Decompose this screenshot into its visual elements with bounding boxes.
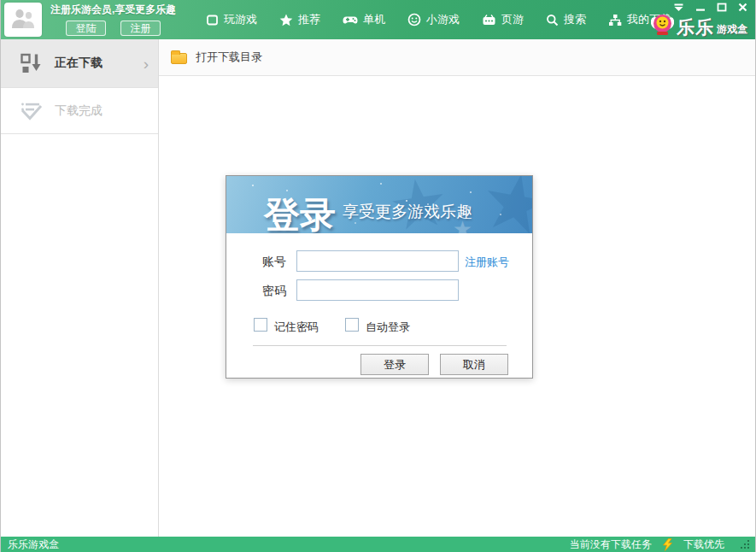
minimize-button[interactable] bbox=[689, 0, 711, 15]
sidebar: 正在下载 › 下载完成 bbox=[1, 39, 159, 537]
main-nav: 玩游戏 推荐 单机 bbox=[206, 0, 671, 39]
password-input[interactable] bbox=[296, 279, 459, 301]
sidebar-item-download-complete[interactable]: 下载完成 bbox=[1, 88, 158, 134]
nav-label: 单机 bbox=[363, 12, 385, 27]
skin-menu-button[interactable] bbox=[668, 0, 689, 15]
nav-label: 页游 bbox=[501, 12, 524, 27]
nav-item-recommend[interactable]: 推荐 bbox=[279, 12, 320, 27]
nav-label: 搜索 bbox=[564, 12, 586, 27]
resize-grip[interactable] bbox=[740, 539, 750, 549]
register-account-link[interactable]: 注册账号 bbox=[465, 255, 509, 270]
nav-item-webgames[interactable]: 页游 bbox=[482, 12, 524, 27]
speckles-decoration bbox=[252, 185, 254, 186]
search-icon bbox=[546, 14, 559, 26]
login-form: 账号 注册账号 密码 记住密码 自动登录 登录 取消 bbox=[226, 233, 532, 379]
auto-login-checkbox[interactable] bbox=[345, 318, 359, 332]
lightning-icon bbox=[662, 538, 673, 551]
gamepad-icon bbox=[343, 14, 358, 26]
smiley-icon bbox=[407, 13, 421, 26]
account-label: 账号 bbox=[262, 255, 286, 270]
nav-label: 小游戏 bbox=[426, 12, 460, 27]
download-complete-icon bbox=[20, 99, 43, 122]
dialog-login-button[interactable]: 登录 bbox=[360, 354, 429, 375]
maximize-icon bbox=[717, 3, 727, 12]
logo-text-sub: 游戏盒 bbox=[717, 23, 747, 36]
nav-item-play-games[interactable]: 玩游戏 bbox=[206, 12, 257, 27]
play-game-icon bbox=[206, 14, 219, 26]
window-controls bbox=[668, 0, 753, 15]
toolbar: 打开下载目录 bbox=[159, 39, 755, 76]
status-bar: 乐乐游戏盒 当前没有下载任务 下载优先 bbox=[1, 537, 755, 552]
star-decoration: ★ bbox=[474, 176, 532, 233]
folder-icon bbox=[171, 53, 187, 64]
account-input[interactable] bbox=[296, 250, 459, 272]
nav-item-search[interactable]: 搜索 bbox=[546, 12, 586, 27]
login-dialog-title: 登录 bbox=[264, 186, 336, 233]
login-dialog-subtitle: 享受更多游戏乐趣 bbox=[343, 201, 472, 223]
mascot-icon bbox=[651, 13, 674, 36]
resize-grip-icon bbox=[740, 539, 750, 549]
users-icon bbox=[9, 8, 37, 32]
password-label: 密码 bbox=[262, 284, 286, 299]
nav-label: 玩游戏 bbox=[224, 12, 257, 27]
download-priority-button[interactable]: 下载优先 bbox=[683, 537, 724, 552]
open-download-dir-button[interactable]: 打开下载目录 bbox=[196, 50, 262, 65]
form-divider bbox=[253, 345, 507, 346]
close-icon bbox=[738, 3, 747, 12]
sidebar-item-downloading[interactable]: 正在下载 › bbox=[1, 39, 158, 88]
nav-item-minigames[interactable]: 小游戏 bbox=[407, 12, 460, 27]
statusbar-app-name: 乐乐游戏盒 bbox=[8, 537, 570, 552]
header: 注册乐游会员,享受更多乐趣 登陆 注册 玩游戏 推荐 bbox=[1, 0, 755, 39]
promo-text: 注册乐游会员,享受更多乐趣 bbox=[50, 3, 176, 17]
statusbar-message: 当前没有下载任务 bbox=[570, 537, 652, 552]
skin-menu-icon bbox=[673, 3, 684, 12]
nav-item-standalone[interactable]: 单机 bbox=[343, 12, 385, 27]
remember-password-label: 记住密码 bbox=[274, 320, 319, 335]
avatar[interactable] bbox=[4, 3, 42, 37]
auto-login-label: 自动登录 bbox=[366, 320, 410, 335]
app-window: 注册乐游会员,享受更多乐趣 登陆 注册 玩游戏 推荐 bbox=[0, 0, 756, 552]
sidebar-item-label: 下载完成 bbox=[55, 103, 103, 119]
webgame-icon bbox=[482, 14, 496, 26]
login-button[interactable]: 登陆 bbox=[66, 21, 106, 36]
downloads-tree-icon bbox=[608, 14, 622, 26]
register-button[interactable]: 注册 bbox=[120, 21, 161, 36]
app-logo: 乐乐 游戏盒 bbox=[651, 13, 747, 36]
promo-area: 注册乐游会员,享受更多乐趣 登陆 注册 bbox=[50, 3, 176, 36]
remember-password-checkbox[interactable] bbox=[254, 318, 267, 332]
close-button[interactable] bbox=[732, 0, 753, 15]
minimize-icon bbox=[695, 3, 706, 12]
nav-label: 推荐 bbox=[298, 12, 320, 27]
sidebar-item-label: 正在下载 bbox=[55, 56, 103, 71]
logo-text-main: 乐乐 bbox=[677, 19, 714, 36]
chevron-right-icon: › bbox=[144, 56, 149, 72]
login-dialog: ★ ★ ★ 登录 享受更多游戏乐趣 账号 注册账号 密码 记住密码 自动登录 登… bbox=[226, 175, 533, 379]
star-icon bbox=[279, 14, 293, 26]
maximize-button[interactable] bbox=[711, 0, 732, 15]
downloading-icon bbox=[20, 52, 43, 75]
login-dialog-banner: ★ ★ ★ 登录 享受更多游戏乐趣 bbox=[226, 176, 532, 233]
dialog-cancel-button[interactable]: 取消 bbox=[440, 354, 508, 375]
